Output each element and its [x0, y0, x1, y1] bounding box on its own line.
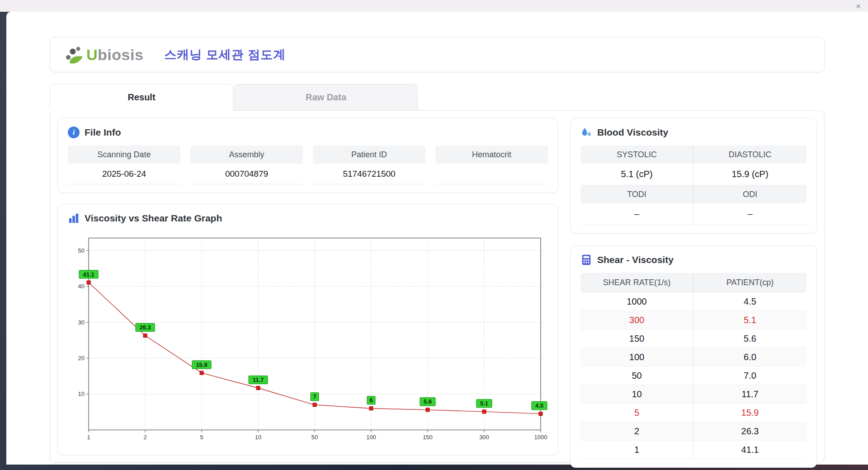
shear-table-row: 507.0	[580, 367, 807, 385]
tab-raw-data[interactable]: Raw Data	[234, 84, 418, 110]
ubiosis-logo: Ubiosis	[64, 45, 143, 64]
svg-text:30: 30	[78, 319, 85, 326]
logo-text-rest: biosis	[98, 46, 143, 63]
shear-rate-cell: 1000	[580, 292, 693, 310]
shear-viscosity-title-row: Shear - Viscosity	[580, 254, 807, 266]
blood-viscosity-card: Blood Viscosity SYSTOLIC DIASTOLIC 5.1 (…	[570, 118, 817, 234]
shear-rate-cell: 300	[580, 311, 693, 329]
field-hematocrit: Hematocrit	[435, 146, 548, 184]
field-label: Hematocrit	[435, 146, 548, 164]
left-column: i File Info Scanning Date 2025-06-24 Ass…	[57, 118, 558, 455]
window-titlebar: ×	[0, 0, 868, 12]
field-assembly: Assembly 000704879	[190, 146, 303, 184]
patient-viscosity-cell: 11.7	[693, 385, 807, 403]
shear-viscosity-table: SHEAR RATE(1/s) PATIENT(cp) 10004.53005.…	[580, 273, 807, 459]
shear-table-row: 3005.1	[580, 311, 807, 329]
file-info-title-row: i File Info	[68, 127, 548, 138]
blood-viscosity-value-row: 5.1 (cP) 15.9 (cP)	[580, 164, 807, 185]
file-info-fields: Scanning Date 2025-06-24 Assembly 000704…	[68, 146, 548, 184]
svg-text:40: 40	[78, 283, 85, 290]
file-info-card: i File Info Scanning Date 2025-06-24 Ass…	[57, 118, 558, 193]
shear-table-row: 10004.5	[580, 292, 807, 311]
shear-rate-cell: 5	[580, 404, 693, 422]
viscosity-graph-card: Viscosity vs Shear Rate Graph 1020304050…	[57, 204, 558, 455]
todi-odi-value-row: – –	[580, 203, 807, 225]
field-label: Patient ID	[313, 146, 425, 164]
blood-viscosity-title: Blood Viscosity	[597, 127, 668, 138]
svg-text:50: 50	[78, 247, 85, 254]
svg-text:11.7: 11.7	[253, 376, 264, 383]
shear-table-row: 1011.7	[580, 385, 807, 404]
shear-table-row: 226.3	[580, 422, 807, 441]
patient-viscosity-cell: 6.0	[693, 348, 807, 366]
right-column: Blood Viscosity SYSTOLIC DIASTOLIC 5.1 (…	[570, 118, 817, 455]
field-value: 000704879	[190, 164, 303, 184]
tab-result[interactable]: Result	[50, 84, 233, 111]
shear-rate-cell: 50	[580, 367, 693, 385]
patient-viscosity-cell: 26.3	[693, 422, 807, 440]
svg-text:4.5: 4.5	[535, 402, 543, 409]
shear-table-header-row: SHEAR RATE(1/s) PATIENT(cp)	[580, 273, 807, 292]
diastolic-value: 15.9 (cP)	[693, 164, 807, 185]
viscosity-chart: 10203040501251050100150300100041.126.315…	[68, 230, 548, 446]
result-panel: i File Info Scanning Date 2025-06-24 Ass…	[50, 110, 825, 463]
window-close-button[interactable]: ×	[856, 2, 861, 10]
info-icon: i	[68, 127, 80, 138]
svg-text:10: 10	[78, 390, 85, 397]
patient-viscosity-cell: 41.1	[693, 441, 807, 459]
svg-text:26.3: 26.3	[139, 324, 151, 331]
ubiosis-logo-icon	[64, 45, 85, 64]
blood-viscosity-header-row: SYSTOLIC DIASTOLIC	[580, 146, 807, 164]
svg-text:1: 1	[87, 434, 90, 441]
shear-table-row: 1505.6	[580, 329, 807, 348]
svg-text:6: 6	[369, 397, 373, 404]
shear-rate-cell: 100	[580, 348, 693, 366]
svg-text:15.9: 15.9	[196, 362, 207, 368]
svg-text:7: 7	[313, 393, 316, 400]
blood-viscosity-title-row: Blood Viscosity	[580, 127, 807, 138]
field-value: 2025-06-24	[68, 164, 180, 184]
svg-text:20: 20	[78, 355, 85, 362]
shear-table-body: 10004.53005.11505.61006.0507.01011.7515.…	[580, 292, 807, 459]
field-value: 51746721500	[313, 164, 425, 184]
field-patient-id: Patient ID 51746721500	[313, 146, 425, 184]
svg-text:100: 100	[366, 434, 376, 441]
app-window: Ubiosis 스캐닝 모세관 점도계 Result Raw Data i Fi…	[6, 12, 868, 465]
diastolic-label: DIASTOLIC	[693, 146, 807, 164]
field-label: Assembly	[190, 146, 303, 164]
patient-viscosity-cell: 7.0	[693, 367, 807, 385]
patient-viscosity-cell: 15.9	[693, 404, 807, 422]
field-scanning-date: Scanning Date 2025-06-24	[68, 146, 180, 184]
shear-rate-cell: 150	[580, 329, 693, 348]
systolic-label: SYSTOLIC	[580, 146, 693, 164]
patient-viscosity-cell: 4.5	[693, 292, 807, 310]
logo-text-u: U	[86, 46, 98, 63]
shear-table-row: 1006.0	[580, 348, 807, 367]
blood-viscosity-table: SYSTOLIC DIASTOLIC 5.1 (cP) 15.9 (cP) TO…	[580, 146, 807, 225]
calculator-icon	[580, 254, 592, 266]
patient-viscosity-cell: 5.1	[693, 311, 807, 329]
graph-title: Viscosity vs Shear Rate Graph	[85, 213, 222, 224]
field-value	[435, 164, 548, 184]
graph-title-row: Viscosity vs Shear Rate Graph	[68, 212, 548, 224]
todi-value: –	[580, 203, 693, 225]
droplet-icon	[580, 127, 592, 138]
shear-viscosity-card: Shear - Viscosity SHEAR RATE(1/s) PATIEN…	[570, 245, 817, 468]
odi-value: –	[693, 203, 807, 225]
app-header: Ubiosis 스캐닝 모세관 점도계	[50, 37, 825, 72]
shear-rate-cell: 2	[580, 422, 693, 440]
todi-odi-header-row: TODI ODI	[580, 185, 807, 203]
patient-column-header: PATIENT(cp)	[693, 273, 807, 292]
file-info-title: File Info	[85, 127, 121, 138]
shear-table-row: 515.9	[580, 404, 807, 422]
shear-rate-cell: 1	[580, 441, 693, 459]
svg-text:50: 50	[311, 434, 318, 441]
shear-viscosity-title: Shear - Viscosity	[597, 254, 674, 265]
logo-text: Ubiosis	[86, 46, 143, 64]
svg-text:1000: 1000	[534, 434, 547, 441]
field-label: Scanning Date	[68, 146, 180, 164]
svg-text:10: 10	[255, 434, 261, 441]
odi-label: ODI	[693, 185, 807, 203]
svg-text:150: 150	[423, 434, 433, 441]
tab-bar: Result Raw Data	[50, 84, 825, 110]
